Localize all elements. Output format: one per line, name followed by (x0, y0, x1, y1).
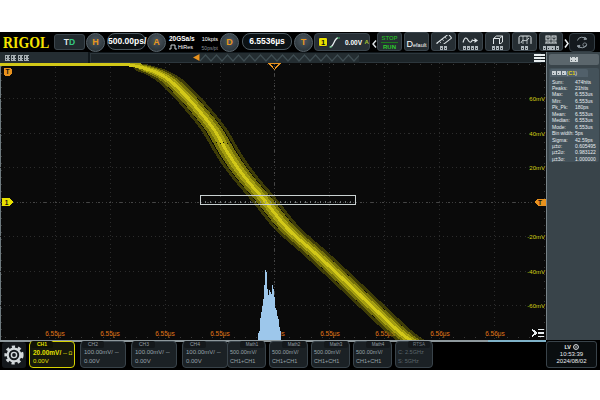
svg-text:60mV: 60mV (529, 96, 545, 102)
svg-text:T: T (6, 68, 10, 75)
svg-text:6.55μs: 6.55μs (45, 330, 65, 338)
svg-text:6.55μs: 6.55μs (210, 330, 230, 338)
svg-text:6.55μs: 6.55μs (100, 330, 120, 338)
svg-text:40mV: 40mV (529, 131, 545, 137)
svg-text:6.55μs: 6.55μs (155, 330, 175, 338)
svg-text:20mV: 20mV (529, 165, 545, 171)
svg-text:T: T (538, 199, 542, 206)
svg-text:6.56μs: 6.56μs (485, 330, 505, 338)
svg-text:1: 1 (5, 199, 9, 206)
svg-text:6.55μs: 6.55μs (320, 330, 340, 338)
svg-text:-20mV: -20mV (527, 234, 545, 240)
svg-text:6.56μs: 6.56μs (430, 330, 450, 338)
svg-text:-40mV: -40mV (527, 269, 545, 275)
svg-text:-60mV: -60mV (527, 303, 545, 309)
